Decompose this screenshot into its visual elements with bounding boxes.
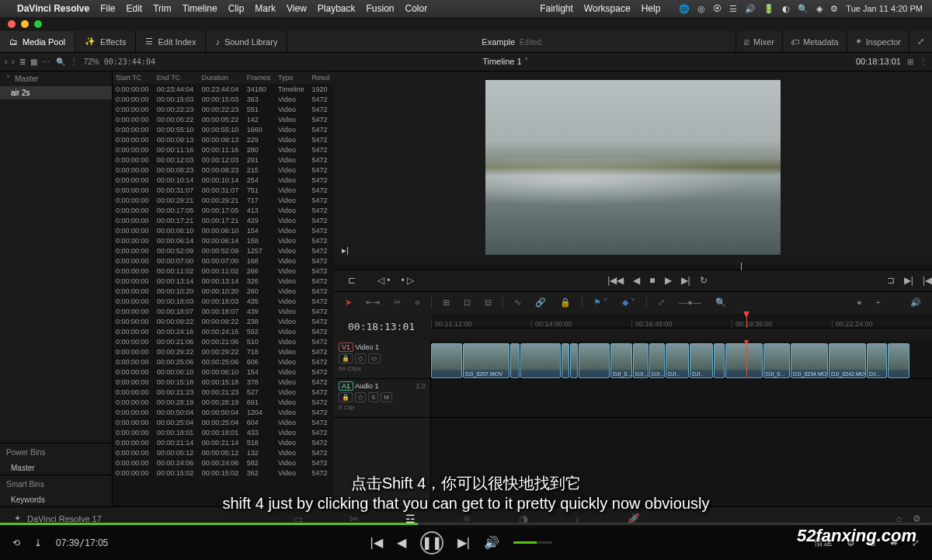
maximize-button[interactable] (34, 20, 42, 28)
go-out-button[interactable]: |◀ (923, 275, 932, 286)
timeline-clip[interactable] (510, 343, 520, 378)
media-row[interactable]: 0:00:00:0000:00:07:0000:00:07:00168Video… (113, 256, 334, 266)
menu-edit[interactable]: Edit (127, 3, 143, 14)
tab-metadata[interactable]: 🏷Metadata (782, 31, 847, 52)
arrow-tool[interactable]: ➤ (342, 296, 355, 309)
timeline-clip[interactable] (725, 343, 763, 378)
media-row[interactable]: 0:00:00:0000:00:05:1200:00:05:12132Video… (113, 447, 334, 457)
media-row[interactable]: 0:00:00:0000:00:11:1600:00:11:16280Video… (113, 144, 334, 155)
media-row[interactable]: 0:00:00:0000:00:09:1300:00:09:13229Video… (113, 134, 334, 144)
playhead[interactable] (746, 313, 747, 328)
media-row[interactable]: 0:00:00:0000:00:28:1900:00:28:19691Video… (113, 397, 334, 407)
tab-edit-index[interactable]: ☰Edit Index (136, 31, 206, 52)
search-icon[interactable]: 🔍 (56, 57, 65, 66)
media-row[interactable]: 0:00:00:0000:00:24:1600:00:24:16592Video… (113, 326, 334, 336)
track-id[interactable]: V1 (339, 343, 353, 352)
tab-effects[interactable]: ✨Effects (75, 31, 136, 52)
battery-icon[interactable]: 🔋 (763, 4, 774, 14)
video-track-header[interactable]: V1 Video 1 🔒◇▭ 68 Clips (334, 340, 430, 379)
media-row[interactable]: 0:00:00:0000:00:10:2000:00:10:20260Video… (113, 286, 334, 296)
disable-icon[interactable]: ◇ (355, 353, 366, 363)
media-row[interactable]: 0:00:00:0000:00:55:1000:00:55:101660Vide… (113, 124, 334, 134)
insert-tool[interactable]: ⎆ (412, 296, 423, 308)
media-row[interactable]: 0:00:00:0000:00:08:2300:00:08:23215Video… (113, 165, 334, 175)
menu-help[interactable]: Help (642, 3, 661, 14)
prev-frame-button[interactable]: ◀ (633, 275, 640, 286)
menu-trim[interactable]: Trim (153, 3, 172, 14)
menu-clip[interactable]: Clip (228, 3, 245, 14)
media-row[interactable]: 0:00:00:0000:00:05:2200:00:05:22142Video… (113, 114, 334, 124)
overwrite-tool[interactable]: ⊞ (440, 296, 453, 309)
column-header[interactable]: Start TC (113, 71, 154, 84)
fit-tool[interactable]: ⊟ (482, 296, 495, 309)
track-id[interactable]: A1 (339, 381, 353, 391)
timeline-clip[interactable] (633, 343, 649, 378)
menu-workspace[interactable]: Workspace (584, 3, 631, 14)
loop-icon[interactable]: ⟲ (12, 537, 20, 548)
solo-icon[interactable]: S (368, 392, 378, 402)
view-opts-icon[interactable]: ⋯ (42, 57, 50, 66)
timeline-clip[interactable] (610, 343, 632, 378)
zoom-slider[interactable]: —●— (676, 296, 704, 308)
bin-folder[interactable]: air 2s (0, 86, 112, 99)
clock[interactable]: Tue Jan 11 4:20 PM (846, 4, 923, 13)
media-row[interactable]: 0:00:00:0000:00:15:1800:00:15:18378Video… (113, 377, 334, 387)
volume-icon[interactable]: 🔊 (484, 535, 499, 550)
media-row[interactable]: 0:00:00:0000:00:15:0200:00:15:02362Video… (113, 468, 334, 478)
media-row[interactable]: 0:00:00:0000:00:06:1000:00:06:10154Video… (113, 225, 334, 235)
screenshot-icon[interactable]: ⤓ (34, 537, 42, 548)
stop-button[interactable]: ■ (649, 275, 655, 286)
media-row[interactable]: 0:00:00:0000:00:52:0900:00:52:091257Vide… (113, 245, 334, 256)
disable-icon[interactable]: ◇ (355, 392, 366, 402)
timecode-display[interactable]: 00:18:13:01 (340, 316, 425, 337)
media-row[interactable]: 0:00:00:0000:23:44:0400:23:44:0434180Tim… (113, 84, 334, 94)
zoom-out-icon[interactable]: ⤢ (655, 296, 668, 309)
tab-mixer[interactable]: ⎚Mixer (736, 31, 782, 52)
media-row[interactable]: 0:00:00:0000:00:15:0300:00:15:03363Video… (113, 94, 334, 104)
timeline-ruler[interactable]: 00:11:12:00 00:14:00:00 00:16:48:00 00:1… (431, 313, 932, 329)
media-row[interactable]: 0:00:00:0000:00:17:0500:00:17:05413Video… (113, 205, 334, 215)
go-in-button[interactable]: ▶| (904, 275, 913, 286)
timeline-clip[interactable] (763, 343, 790, 378)
menu-color[interactable]: Color (405, 3, 428, 14)
marker-tool[interactable]: ◆ ˅ (619, 296, 638, 309)
tab-sound-library[interactable]: ♪Sound Library (206, 31, 287, 52)
status-icon[interactable]: ◎ (697, 4, 705, 14)
first-frame-button[interactable]: |◀◀ (607, 275, 624, 286)
media-row[interactable]: 0:00:00:0000:00:18:0700:00:18:07439Video… (113, 306, 334, 316)
media-row[interactable]: 0:00:00:0000:00:21:1400:00:21:14518Video… (113, 437, 334, 447)
timeline-clip[interactable] (690, 343, 713, 378)
media-row[interactable]: 0:00:00:0000:00:24:0600:00:24:06582Video… (113, 457, 334, 468)
expand-button[interactable]: ⤢ (909, 31, 932, 52)
lock-tool[interactable]: 🔒 (557, 296, 574, 309)
replace-tool[interactable]: ⊡ (461, 296, 474, 309)
search-icon[interactable]: 🔍 (798, 4, 809, 14)
viewer-opts[interactable]: ⊞ (907, 57, 913, 66)
audio-track[interactable] (431, 379, 932, 418)
media-row[interactable]: 0:00:00:0000:00:10:1400:00:10:14254Video… (113, 175, 334, 185)
timeline-clip[interactable] (431, 343, 462, 378)
minimize-button[interactable] (21, 20, 29, 28)
nav-fwd[interactable]: › (12, 57, 14, 66)
timeline-clip[interactable] (579, 343, 610, 378)
media-row[interactable]: 0:00:00:0000:00:50:0400:00:50:041204Vide… (113, 407, 334, 417)
media-row[interactable]: 0:00:00:0000:00:18:0300:00:18:03435Video… (113, 296, 334, 306)
media-row[interactable]: 0:00:00:0000:00:12:0300:00:12:03291Video… (113, 155, 334, 165)
timeline-clip[interactable] (463, 343, 509, 378)
tab-media-pool[interactable]: 🗂Media Pool (0, 31, 75, 52)
loop-button[interactable]: ↻ (700, 275, 708, 286)
next-frame-button[interactable]: ▶| (681, 275, 690, 286)
menu-timeline[interactable]: Timeline (183, 3, 217, 14)
media-list[interactable]: Start TCEnd TCDurationFramesTypeResol 0:… (113, 71, 334, 506)
timeline-clip[interactable] (888, 343, 909, 378)
bin-master[interactable]: Master (15, 75, 39, 83)
timeline-clip[interactable] (666, 343, 689, 378)
menu-fusion[interactable]: Fusion (367, 3, 395, 14)
matchframe-icon[interactable]: ⊏ (348, 275, 356, 286)
close-button[interactable] (8, 20, 16, 28)
viewer-menu[interactable]: ⋮ (920, 57, 927, 66)
media-row[interactable]: 0:00:00:0000:00:29:2200:00:29:22718Video… (113, 346, 334, 357)
media-row[interactable]: 0:00:00:0000:00:21:0600:00:21:06510Video… (113, 336, 334, 346)
play-pause-button[interactable]: ❚❚ (420, 531, 443, 555)
marker-prev-icon[interactable]: ◁ • (377, 275, 391, 286)
